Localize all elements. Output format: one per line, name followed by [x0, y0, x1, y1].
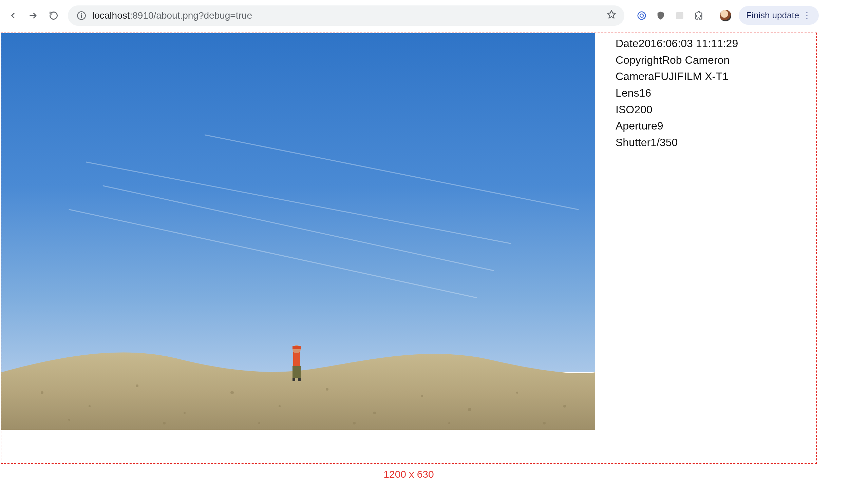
svg-point-23 — [468, 408, 471, 411]
svg-point-20 — [326, 388, 328, 391]
svg-point-6 — [638, 12, 646, 19]
svg-rect-33 — [293, 366, 301, 378]
meta-lens: Lens16 — [616, 85, 738, 101]
onepassword-icon[interactable] — [636, 10, 648, 21]
forward-icon — [29, 11, 38, 20]
bookmark-button[interactable] — [607, 10, 616, 21]
svg-point-16 — [136, 385, 138, 387]
meta-camera: CameraFUJIFILM X-T1 — [616, 68, 738, 85]
svg-point-18 — [230, 391, 234, 394]
extensions-area: Finish update ⋮ — [636, 6, 819, 25]
svg-point-7 — [640, 14, 643, 17]
svg-point-28 — [258, 422, 260, 424]
svg-point-4 — [81, 13, 81, 14]
svg-point-21 — [373, 412, 376, 414]
svg-rect-8 — [676, 12, 683, 19]
finish-update-label: Finish update — [746, 10, 799, 21]
shield-icon[interactable] — [655, 10, 667, 21]
svg-point-15 — [88, 405, 91, 407]
svg-point-31 — [543, 422, 546, 425]
reload-icon — [49, 11, 59, 20]
meta-shutter: Shutter1/350 — [616, 134, 738, 151]
meta-iso: ISO200 — [616, 101, 738, 118]
reload-button[interactable] — [48, 10, 60, 22]
svg-rect-32 — [293, 352, 300, 366]
toolbar-separator — [712, 10, 712, 21]
svg-point-25 — [563, 405, 566, 408]
extensions-puzzle-icon[interactable] — [693, 10, 704, 21]
browser-toolbar: localhost:8910/about.png?debug=true Fini… — [0, 0, 868, 31]
forward-button[interactable] — [27, 10, 39, 22]
url-host: localhost — [92, 10, 130, 21]
svg-point-14 — [41, 391, 44, 394]
svg-marker-5 — [607, 10, 615, 18]
page-content: Date2016:06:03 11:11:29 CopyrightRob Cam… — [0, 31, 868, 481]
svg-rect-36 — [293, 378, 295, 381]
back-button[interactable] — [7, 10, 19, 22]
svg-rect-35 — [293, 346, 301, 349]
dimensions-label: 1200 x 630 — [1, 468, 817, 480]
svg-point-22 — [421, 395, 423, 397]
svg-point-19 — [279, 405, 281, 407]
svg-point-27 — [163, 422, 166, 425]
meta-copyright: CopyrightRob Cameron — [616, 52, 738, 68]
metadata-panel: Date2016:06:03 11:11:29 CopyrightRob Cam… — [595, 33, 758, 153]
meta-date: Date2016:06:03 11:11:29 — [616, 35, 738, 52]
svg-point-26 — [68, 419, 70, 421]
meta-aperture: Aperture9 — [616, 118, 738, 134]
svg-point-30 — [448, 422, 450, 424]
photo — [1, 33, 595, 430]
svg-point-17 — [184, 412, 186, 414]
svg-point-24 — [516, 392, 518, 394]
ext-placeholder-icon[interactable] — [674, 10, 685, 21]
site-info-icon[interactable] — [76, 10, 87, 21]
url-text: localhost:8910/about.png?debug=true — [92, 10, 252, 21]
back-icon — [8, 11, 18, 20]
debug-outline: Date2016:06:03 11:11:29 CopyrightRob Cam… — [1, 33, 817, 464]
url-path: :8910/about.png?debug=true — [130, 10, 252, 21]
menu-kebab-icon[interactable]: ⋮ — [803, 11, 811, 20]
svg-point-29 — [353, 422, 356, 425]
profile-avatar[interactable] — [720, 10, 731, 21]
nav-buttons — [7, 10, 60, 22]
svg-rect-37 — [298, 378, 301, 381]
star-icon — [607, 10, 616, 19]
address-bar[interactable]: localhost:8910/about.png?debug=true — [68, 5, 624, 26]
finish-update-button[interactable]: Finish update ⋮ — [739, 6, 819, 25]
